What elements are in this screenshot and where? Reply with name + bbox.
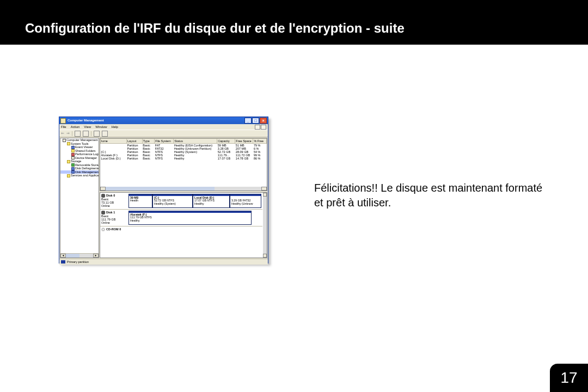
disk-row[interactable]: Disk 0Basic73.11 GBOnline39 MBHealth(C:)… bbox=[100, 193, 262, 209]
fold-icon bbox=[67, 160, 70, 163]
column-header[interactable]: Type bbox=[142, 139, 154, 144]
menu-bar: File Action View Window Help bbox=[59, 124, 268, 130]
volume-list[interactable]: lumeLayoutTypeFile SystemStatusCapacityF… bbox=[100, 138, 267, 191]
workspace: Computer Management (Local)System ToolsE… bbox=[59, 137, 268, 259]
fold-icon bbox=[67, 142, 70, 145]
legend-label: Primary partition bbox=[67, 260, 89, 264]
column-header[interactable]: Layout bbox=[126, 139, 142, 144]
menu-file[interactable]: File bbox=[61, 125, 66, 129]
minimize-button[interactable]: _ bbox=[244, 118, 252, 124]
blu-icon bbox=[71, 146, 75, 149]
comp-icon bbox=[63, 139, 66, 142]
status-bar: Primary partition bbox=[59, 259, 268, 265]
page-number: 17 bbox=[550, 364, 588, 392]
toolbar-button-3[interactable] bbox=[94, 131, 100, 137]
right-pane: lumeLayoutTypeFile SystemStatusCapacityF… bbox=[100, 138, 267, 258]
disk-row[interactable]: Disk 1Basic111.79 GBOnlineAluratek (F:)1… bbox=[100, 209, 262, 226]
page-header: Configuration de l'IRF du disque dur et … bbox=[0, 0, 588, 45]
disk-icon bbox=[101, 211, 105, 215]
maximize-button[interactable]: □ bbox=[252, 118, 259, 124]
partition[interactable]: (C:)52.72 GB NTFSHealthy (System) bbox=[152, 194, 193, 208]
title-bar[interactable]: Computer Management _ □ × bbox=[59, 117, 268, 124]
scroll-right-icon[interactable] bbox=[261, 187, 267, 191]
red-icon bbox=[71, 153, 75, 156]
mdi-close-icon[interactable] bbox=[261, 125, 266, 130]
menu-window[interactable]: Window bbox=[95, 125, 107, 129]
menu-view[interactable]: View bbox=[84, 125, 91, 129]
disk-icon bbox=[101, 194, 105, 198]
partition[interactable]: Aluratek (F:)111.79 GB NTFSHealthy bbox=[128, 211, 252, 225]
partition[interactable]: 3.29 GB FAT32Healthy (Unknow bbox=[230, 194, 261, 208]
tree-pane[interactable]: Computer Management (Local)System ToolsE… bbox=[60, 138, 99, 258]
column-header[interactable]: Status bbox=[174, 139, 217, 144]
toolbar: ⇐ ⇒ bbox=[59, 130, 268, 137]
back-icon[interactable]: ⇐ bbox=[61, 131, 64, 136]
disk-icon bbox=[101, 228, 105, 231]
partition[interactable]: Local Disk (D:)17.07 GB NTFSHealthy bbox=[193, 194, 230, 208]
fold-icon bbox=[67, 174, 70, 177]
forward-icon[interactable]: ⇒ bbox=[66, 131, 70, 136]
disk-label: Disk 1Basic111.79 GBOnline bbox=[100, 210, 128, 226]
toolbar-button-1[interactable] bbox=[75, 131, 81, 137]
scroll-down-icon[interactable] bbox=[263, 254, 267, 258]
disk-map-vscroll[interactable] bbox=[263, 193, 267, 258]
scroll-thumb[interactable] bbox=[106, 187, 215, 191]
screenshot: Computer Management _ □ × File Action Vi… bbox=[59, 117, 268, 264]
tree-hscroll[interactable]: ◄► bbox=[60, 253, 99, 258]
scroll-left-icon[interactable] bbox=[100, 187, 106, 191]
window-title: Computer Management bbox=[68, 119, 104, 122]
window: Computer Management _ □ × File Action Vi… bbox=[59, 117, 268, 264]
mdi-minimize-icon[interactable] bbox=[255, 125, 260, 130]
tree-item[interactable]: Computer Management (Local) bbox=[60, 138, 99, 142]
column-header[interactable]: % Free bbox=[253, 139, 267, 144]
page-title: Configuration de l'IRF du disque dur et … bbox=[25, 21, 405, 36]
body-text: Félicitations!! Le disque est maintenant… bbox=[314, 181, 543, 210]
partition[interactable]: 39 MBHealth bbox=[128, 194, 152, 208]
app-icon bbox=[60, 118, 66, 124]
volume-hscroll[interactable] bbox=[100, 187, 267, 191]
table-row[interactable]: Local Disk (D:)PartitionBasicNTFSHealthy… bbox=[101, 157, 267, 160]
column-header[interactable]: lume bbox=[101, 139, 127, 144]
toolbar-button-2[interactable] bbox=[83, 131, 89, 137]
disk-label: CD-ROM 0 bbox=[100, 226, 128, 243]
legend-swatch-icon bbox=[61, 260, 65, 264]
close-button[interactable]: × bbox=[260, 118, 267, 124]
toolbar-button-4[interactable] bbox=[102, 131, 108, 137]
column-header[interactable]: Capacity bbox=[217, 139, 235, 144]
column-header[interactable]: Free Space bbox=[235, 139, 253, 144]
disk-map[interactable]: Disk 0Basic73.11 GBOnline39 MBHealth(C:)… bbox=[100, 192, 267, 258]
scroll-up-icon[interactable] bbox=[263, 193, 267, 197]
menu-action[interactable]: Action bbox=[71, 125, 80, 129]
disk-label: Disk 0Basic73.11 GBOnline bbox=[100, 193, 128, 209]
column-header[interactable]: File System bbox=[155, 139, 174, 144]
menu-help[interactable]: Help bbox=[112, 125, 118, 129]
disk-row[interactable]: CD-ROM 0 bbox=[100, 226, 262, 243]
tree-item[interactable]: Services and Applications bbox=[60, 174, 99, 177]
